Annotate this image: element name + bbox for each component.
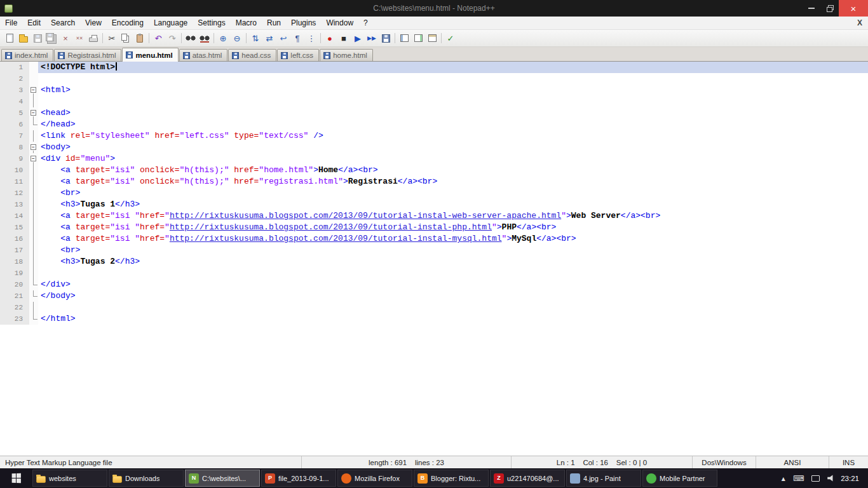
- menu-item-search[interactable]: Search: [46, 17, 80, 29]
- notepadpp-icon: N: [189, 473, 199, 484]
- save-icon[interactable]: [31, 31, 44, 45]
- menu-item-run[interactable]: Run: [262, 17, 286, 29]
- code-line[interactable]: <br>: [38, 245, 868, 256]
- taskbar-item-downloads[interactable]: Downloads: [109, 470, 184, 487]
- redo-icon[interactable]: ↷: [165, 31, 179, 45]
- code-line[interactable]: <head>: [38, 107, 868, 119]
- start-recording-icon[interactable]: ●: [323, 31, 337, 45]
- close-button[interactable]: ×: [839, 0, 868, 17]
- code-line[interactable]: <body>: [38, 142, 868, 153]
- taskbar-item-u221470684[interactable]: Zu221470684@...: [490, 470, 565, 487]
- code-line[interactable]: <a target="isi "href="http://rixtuskusum…: [38, 210, 868, 222]
- network-icon[interactable]: [811, 475, 820, 482]
- minimize-button[interactable]: [802, 0, 820, 17]
- show-all-characters-icon[interactable]: ¶: [290, 31, 304, 45]
- sync-vertical-icon[interactable]: ⇅: [248, 31, 262, 45]
- run-macro-multiple-icon[interactable]: ▶▶: [365, 31, 379, 45]
- taskbar-item-c-websites[interactable]: NC:\websites\...: [185, 470, 260, 487]
- tab-atas-html[interactable]: atas.html: [179, 49, 228, 61]
- playback-macro-icon[interactable]: ▶: [351, 31, 365, 45]
- function-list-icon[interactable]: [397, 31, 411, 45]
- tab-menu-html[interactable]: menu.html: [122, 48, 178, 62]
- tab-head-css[interactable]: head.css: [228, 49, 276, 61]
- system-tray: ▴⌨: [775, 468, 841, 488]
- spell-check-icon[interactable]: ✓: [444, 31, 458, 45]
- paste-icon[interactable]: [133, 31, 147, 45]
- code-line[interactable]: <!DOCTYPE html>: [38, 62, 868, 73]
- code-line[interactable]: [38, 302, 868, 313]
- menu-item-encoding[interactable]: Encoding: [107, 17, 149, 29]
- replace-icon[interactable]: [198, 31, 212, 45]
- code-line[interactable]: <a target="isi "href="http://rixtuskusum…: [38, 233, 868, 245]
- zoom-out-icon[interactable]: ⊖: [230, 31, 244, 45]
- menu-item-plugins[interactable]: Plugins: [286, 17, 321, 29]
- tab-label: atas.html: [193, 51, 222, 59]
- code-line[interactable]: [38, 268, 868, 279]
- code-line[interactable]: <a target="isi" onclick="h(this);" href=…: [38, 176, 868, 187]
- menu-item-language[interactable]: Language: [149, 17, 193, 29]
- hidden-icons-chevron[interactable]: ▴: [782, 474, 785, 483]
- restore-button[interactable]: [820, 0, 839, 17]
- save-all-icon[interactable]: [44, 31, 58, 45]
- fold-collapse-button[interactable]: −: [29, 153, 38, 165]
- code-line[interactable]: <div id="menu">: [38, 153, 868, 165]
- touch-keyboard-icon[interactable]: ⌨: [793, 474, 804, 483]
- undo-icon[interactable]: ↶: [151, 31, 165, 45]
- open-file-icon[interactable]: [17, 31, 31, 45]
- menu-item-view[interactable]: View: [80, 17, 107, 29]
- taskbar-item-file-2013-09-1[interactable]: Pfile_2013-09-1...: [261, 470, 336, 487]
- code-line[interactable]: <h3>Tugas 2</h3>: [38, 256, 868, 268]
- code-line[interactable]: <a target="isi" onclick="h(this);" href=…: [38, 165, 868, 176]
- cut-icon[interactable]: ✂: [105, 31, 119, 45]
- new-file-icon[interactable]: [3, 31, 17, 45]
- copy-icon[interactable]: [119, 31, 133, 45]
- document-switcher-icon[interactable]: [425, 31, 439, 45]
- taskbar-item-mobile-partner[interactable]: Mobile Partner: [642, 470, 717, 487]
- code-line[interactable]: </html>: [38, 313, 868, 325]
- save-macro-icon[interactable]: [379, 31, 393, 45]
- fold-collapse-button[interactable]: −: [29, 107, 38, 119]
- code-line[interactable]: <a target="isi "href="http://rixtuskusum…: [38, 222, 868, 233]
- stop-recording-icon[interactable]: ■: [337, 31, 351, 45]
- taskbar-clock[interactable]: 23:21: [841, 468, 868, 488]
- menu-item-window[interactable]: Window: [321, 17, 358, 29]
- taskbar-item-mozilla-firefox[interactable]: Mozilla Firefox: [337, 470, 412, 487]
- tab-left-css[interactable]: left.css: [277, 49, 319, 61]
- fold-collapse-button[interactable]: −: [29, 142, 38, 153]
- code-line[interactable]: <link rel="stylesheet" href="left.css" t…: [38, 130, 868, 142]
- code-line[interactable]: [38, 96, 868, 107]
- tab-home-html[interactable]: home.html: [320, 49, 373, 61]
- close-document-x-button[interactable]: X: [857, 18, 862, 27]
- code-line[interactable]: <h3>Tugas 1</h3>: [38, 199, 868, 210]
- code-line[interactable]: <br>: [38, 187, 868, 199]
- code-line[interactable]: </head>: [38, 119, 868, 130]
- print-icon[interactable]: [86, 31, 100, 45]
- taskbar-item-blogger-rixtu[interactable]: BBlogger: Rixtu...: [414, 470, 489, 487]
- volume-icon[interactable]: [827, 475, 834, 482]
- line-number: 6: [0, 119, 29, 130]
- menu-item-macro[interactable]: Macro: [231, 17, 262, 29]
- menu-item-settings[interactable]: Settings: [193, 17, 230, 29]
- taskbar-item-4-jpg-paint[interactable]: 4.jpg - Paint: [566, 470, 641, 487]
- tab-index-html[interactable]: index.html: [1, 49, 53, 61]
- editor[interactable]: 1<!DOCTYPE html>23−<html>45−<head>6</hea…: [0, 62, 868, 456]
- code-line[interactable]: [38, 73, 868, 85]
- find-icon[interactable]: [184, 31, 198, 45]
- close-all-files-icon[interactable]: ××: [72, 31, 86, 45]
- menu-item-file[interactable]: File: [0, 17, 22, 29]
- document-map-icon[interactable]: [411, 31, 425, 45]
- code-line[interactable]: </body>: [38, 290, 868, 302]
- indent-guide-icon[interactable]: ⋮: [304, 31, 318, 45]
- code-line[interactable]: </div>: [38, 279, 868, 290]
- zoom-in-icon[interactable]: ⊕: [216, 31, 230, 45]
- menu-item-edit[interactable]: Edit: [22, 17, 46, 29]
- taskbar-item-websites[interactable]: websites: [32, 470, 107, 487]
- word-wrap-icon[interactable]: ↩: [276, 31, 290, 45]
- sync-horizontal-icon[interactable]: ⇄: [262, 31, 276, 45]
- close-file-icon[interactable]: ×: [58, 31, 72, 45]
- start-button[interactable]: [0, 468, 32, 488]
- code-line[interactable]: <html>: [38, 85, 868, 96]
- tab-registrasi-html[interactable]: Registrasi.html: [54, 49, 121, 61]
- menu-item-help[interactable]: ?: [358, 17, 373, 29]
- fold-collapse-button[interactable]: −: [29, 85, 38, 96]
